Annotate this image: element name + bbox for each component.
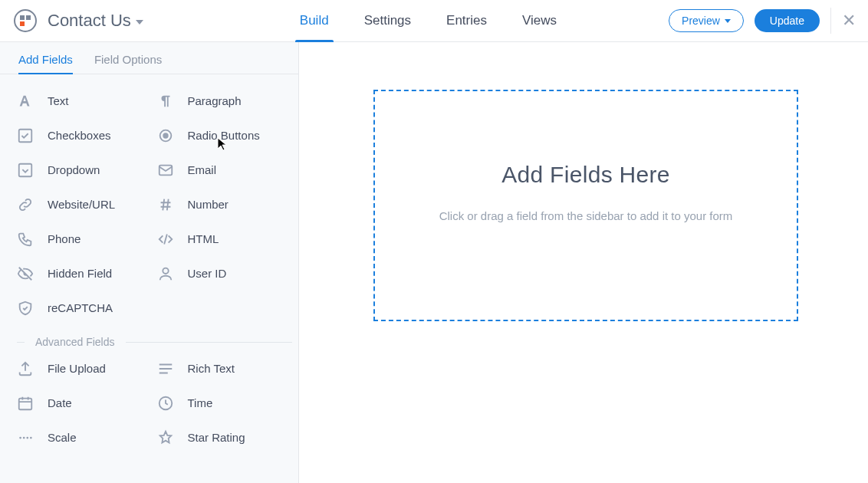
font-icon <box>17 93 34 110</box>
close-button[interactable]: ✕ <box>842 11 856 31</box>
nav-settings[interactable]: Settings <box>361 0 414 41</box>
top-bar: Contact Us Build Settings Entries Views … <box>0 0 868 42</box>
field-label: Paragraph <box>188 94 242 107</box>
richtext-icon <box>157 360 174 377</box>
page-title-dropdown[interactable]: Contact Us <box>48 11 143 31</box>
field-label: Time <box>188 396 213 409</box>
field-file-upload[interactable]: File Upload <box>17 351 153 386</box>
hidden-icon <box>17 265 34 282</box>
field-label: Text <box>48 94 69 107</box>
field-label: Number <box>188 198 229 211</box>
nav-entries[interactable]: Entries <box>443 0 490 41</box>
user-icon <box>157 265 174 282</box>
field-label: User ID <box>188 267 227 280</box>
upload-icon <box>17 360 34 377</box>
field-label: Date <box>48 396 72 409</box>
app-logo <box>14 9 37 32</box>
code-icon <box>157 231 174 248</box>
dropdown-icon <box>17 162 34 179</box>
radio-icon <box>157 127 174 144</box>
field-date[interactable]: Date <box>17 386 153 420</box>
field-recaptcha[interactable]: reCAPTCHA <box>17 291 153 325</box>
field-label: HTML <box>188 232 219 245</box>
nav-build[interactable]: Build <box>297 0 332 41</box>
preview-button[interactable]: Preview <box>669 9 744 32</box>
form-canvas: Add Fields Here Click or drag a field fr… <box>299 42 868 483</box>
top-actions: Preview Update ✕ <box>669 8 856 34</box>
field-label: Website/URL <box>48 198 115 211</box>
field-label: reCAPTCHA <box>48 301 113 314</box>
sidebar-tabs: Add Fields Field Options <box>0 42 298 74</box>
drop-heading: Add Fields Here <box>501 162 670 188</box>
field-text[interactable]: Text <box>17 84 153 118</box>
field-label: Checkboxes <box>48 129 111 142</box>
divider <box>830 8 831 34</box>
field-rich-text[interactable]: Rich Text <box>157 351 293 386</box>
field-scale[interactable]: Scale <box>17 420 153 455</box>
clock-icon <box>157 395 174 412</box>
mail-icon <box>157 162 174 179</box>
field-number[interactable]: Number <box>157 187 293 222</box>
field-checkboxes[interactable]: Checkboxes <box>17 118 153 153</box>
checkbox-icon <box>17 127 34 144</box>
sidebar: Add Fields Field Options TextParagraphCh… <box>0 42 299 483</box>
update-button[interactable]: Update <box>755 9 820 32</box>
tab-add-fields[interactable]: Add Fields <box>18 53 73 74</box>
field-dropdown[interactable]: Dropdown <box>17 153 153 187</box>
field-star-rating[interactable]: Star Rating <box>157 420 293 455</box>
field-label: Email <box>188 163 217 176</box>
hash-icon <box>157 196 174 213</box>
pilcrow-icon <box>157 93 174 110</box>
page-title: Contact Us <box>48 11 131 31</box>
field-email[interactable]: Email <box>157 153 293 187</box>
field-label: Star Rating <box>188 431 245 444</box>
nav-views[interactable]: Views <box>519 0 560 41</box>
field-label: Dropdown <box>48 163 100 176</box>
field-hidden-field[interactable]: Hidden Field <box>17 256 153 291</box>
scale-icon <box>17 429 34 446</box>
field-label: Scale <box>48 431 77 444</box>
field-label: Hidden Field <box>48 267 112 280</box>
field-radio-buttons[interactable]: Radio Buttons <box>157 118 293 153</box>
field-phone[interactable]: Phone <box>17 222 153 256</box>
field-html[interactable]: HTML <box>157 222 293 256</box>
drop-zone[interactable]: Add Fields Here Click or drag a field fr… <box>373 90 798 321</box>
field-label: Rich Text <box>188 362 235 375</box>
field-website-url[interactable]: Website/URL <box>17 187 153 222</box>
field-label: Phone <box>48 232 81 245</box>
main-nav: Build Settings Entries Views <box>297 0 560 41</box>
chevron-down-icon <box>136 20 143 25</box>
drop-subtext: Click or drag a field from the sidebar t… <box>439 209 733 222</box>
field-time[interactable]: Time <box>157 386 293 420</box>
field-user-id[interactable]: User ID <box>157 256 293 291</box>
field-label: File Upload <box>48 362 106 375</box>
chevron-down-icon <box>725 19 731 23</box>
phone-icon <box>17 231 34 248</box>
field-paragraph[interactable]: Paragraph <box>157 84 293 118</box>
field-label: Radio Buttons <box>188 129 260 142</box>
advanced-fields-divider: Advanced Fields <box>17 336 292 348</box>
shield-icon <box>17 300 34 317</box>
date-icon <box>17 395 34 412</box>
star-icon <box>157 429 174 446</box>
tab-field-options[interactable]: Field Options <box>94 53 162 74</box>
link-icon <box>17 196 34 213</box>
fields-panel: TextParagraphCheckboxesRadio ButtonsDrop… <box>0 74 298 455</box>
